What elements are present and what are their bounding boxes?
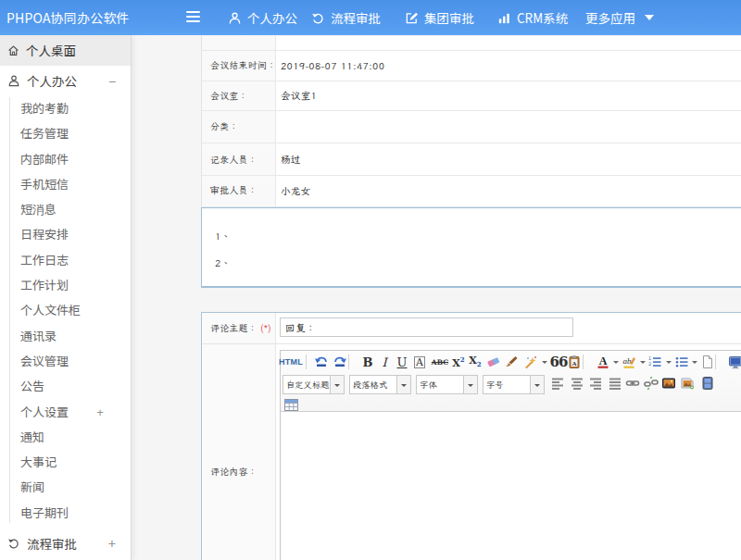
source-code-button[interactable]: HTML (283, 354, 299, 370)
insert-table-icon[interactable] (283, 396, 299, 413)
sidebar-item-label: 公告 (20, 377, 44, 394)
new-page-icon[interactable] (699, 354, 716, 370)
unlink-icon[interactable] (643, 375, 659, 392)
expand-icon[interactable]: + (94, 399, 107, 424)
expand-icon[interactable]: + (106, 536, 119, 551)
home-icon (7, 44, 19, 56)
sidebar-item-personal-desktop[interactable]: 个人桌面 (0, 35, 131, 66)
sidebar-submenu-item[interactable]: 新闻 (0, 474, 131, 499)
sidebar-item-label: 个人文件柜 (20, 301, 81, 318)
strikethrough-button[interactable]: ABC (432, 354, 448, 370)
sidebar-item-personal-office[interactable]: 个人办公 − (0, 66, 131, 96)
editor-content-area[interactable] (281, 412, 741, 560)
combo-caret[interactable] (463, 376, 477, 393)
font-size-select[interactable]: 字号 (483, 375, 545, 394)
comment-subject-row: 评论主题： (*) (202, 313, 741, 344)
nav-crm-system[interactable]: CRM系统 (497, 0, 568, 35)
superscript-button[interactable]: X2 (450, 354, 467, 370)
sidebar-item-workflow-approval[interactable]: 流程审批 + (0, 529, 131, 559)
sidebar-submenu-item[interactable]: 大事记 (0, 449, 131, 474)
sidebar-submenu-item[interactable]: 电子期刊 (0, 500, 131, 525)
font-color-caret[interactable] (611, 354, 621, 370)
top-header: PHPOA协同办公软件 个人办公 流程审批 集团审批 CRM系统 更多应用 (0, 0, 741, 35)
sidebar-submenu-item[interactable]: 短消息 (0, 196, 131, 221)
align-right-icon[interactable] (587, 375, 604, 392)
link-icon[interactable] (624, 375, 641, 392)
ordered-list-icon[interactable]: 12 (647, 354, 663, 370)
sidebar-submenu-item[interactable]: 日程安排 (0, 221, 131, 246)
font-family-select[interactable]: 字体 (416, 375, 478, 394)
bold-button[interactable]: B (359, 354, 376, 370)
row-label: 评论主题： (*) (202, 313, 276, 343)
scrawl-icon[interactable] (679, 375, 696, 392)
subscript-button[interactable]: X2 (467, 354, 484, 370)
unordered-list-caret[interactable] (690, 354, 699, 370)
sidebar-submenu-item[interactable]: 工作计划 (0, 272, 131, 297)
app-title: PHPOA协同办公软件 (6, 0, 130, 35)
combo-caret[interactable] (530, 376, 544, 393)
eraser-icon[interactable] (485, 354, 502, 370)
nav-label: 集团审批 (424, 8, 474, 27)
table-row: 分类： (202, 111, 741, 144)
user-icon (7, 74, 20, 87)
sidebar-submenu-item[interactable]: 手机短信 (0, 171, 131, 196)
italic-button[interactable]: I (376, 354, 393, 370)
sidebar-submenu-item[interactable]: 通知 (0, 424, 131, 449)
custom-title-select[interactable]: 自定义标题 (283, 375, 345, 394)
nav-workflow-approval[interactable]: 流程审批 (311, 0, 381, 35)
hamburger-menu-icon[interactable] (186, 11, 200, 24)
sidebar-submenu-item[interactable]: 公告 (0, 373, 131, 398)
combo-caret[interactable] (396, 376, 410, 393)
row-label (202, 36, 276, 50)
sidebar-submenu-item[interactable]: 我的考勤 (0, 95, 131, 120)
blockquote-button[interactable]: 66 (550, 354, 567, 370)
nav-personal-office[interactable]: 个人办公 (228, 0, 297, 35)
align-justify-icon[interactable] (607, 375, 623, 392)
nav-group-approval[interactable]: 集团审批 (405, 0, 474, 35)
preview-monitor-icon[interactable] (727, 354, 741, 370)
nav-more-apps[interactable]: 更多应用 (585, 0, 659, 35)
comment-subject-input[interactable] (280, 317, 573, 337)
svg-text:ab: ab (623, 356, 633, 366)
paragraph-format-select[interactable]: 段落格式 (349, 375, 411, 394)
sidebar-item-label: 工作日志 (20, 251, 69, 268)
redo-icon[interactable] (332, 354, 348, 370)
svg-text:A: A (571, 360, 576, 367)
row-label: 审批人员： (202, 176, 276, 206)
sidebar-submenu-item[interactable]: 任务管理 (0, 120, 131, 145)
auto-typeset-caret[interactable] (540, 354, 549, 370)
font-color-button[interactable]: A (595, 354, 611, 370)
unordered-list-icon[interactable] (673, 354, 690, 370)
sidebar-submenu-item[interactable]: 个人设置 + (0, 399, 131, 424)
sidebar-submenu-item[interactable]: 工作日志 (0, 247, 131, 272)
format-painter-icon[interactable] (503, 354, 520, 370)
sidebar-submenu-item[interactable]: 通讯录 (0, 323, 131, 348)
sidebar-item-label: 任务管理 (20, 124, 69, 142)
font-border-button[interactable]: A (411, 354, 428, 370)
sidebar-submenu-item[interactable]: 内部邮件 (0, 146, 131, 171)
sidebar-submenu-item[interactable]: 个人文件柜 (0, 297, 131, 322)
paste-text-icon[interactable]: A (566, 354, 583, 370)
undo-icon[interactable] (313, 354, 330, 370)
sidebar-item-label: 通讯录 (20, 327, 57, 344)
collapse-icon[interactable]: − (106, 73, 119, 88)
align-center-icon[interactable] (569, 375, 585, 392)
row-label: 记录人员： (202, 143, 276, 175)
background-color-button[interactable]: ab (621, 354, 637, 370)
align-left-icon[interactable] (549, 375, 566, 392)
content-line: 1、 (215, 223, 741, 250)
combo-caret[interactable] (330, 376, 344, 393)
editor-toolbar: HTML B I U A ABC X2 X2 (281, 351, 741, 412)
table-row (202, 36, 741, 51)
row-label-text: 评论内容： (210, 466, 257, 478)
sidebar-item-label: 短消息 (20, 200, 57, 218)
auto-typeset-icon[interactable] (522, 354, 539, 370)
insert-video-icon[interactable] (699, 375, 716, 392)
nav-label: 流程审批 (331, 8, 381, 27)
content-line: 2、 (215, 250, 741, 277)
sidebar-submenu-item[interactable]: 会议管理 (0, 348, 131, 373)
underline-button[interactable]: U (394, 354, 410, 370)
meeting-form-table: 会议结束时间： 2019-08-07 11:47:00 会议室： 会议室1 分类… (201, 36, 741, 207)
insert-image-icon[interactable] (660, 375, 677, 392)
ordered-list-caret[interactable] (664, 354, 673, 370)
